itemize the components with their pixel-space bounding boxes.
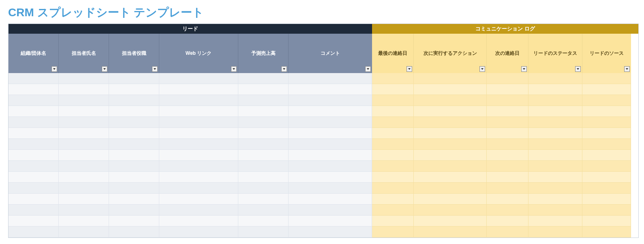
cell[interactable]	[414, 84, 487, 95]
cell[interactable]	[528, 161, 582, 172]
cell[interactable]	[582, 172, 631, 183]
cell[interactable]	[9, 128, 59, 139]
cell[interactable]	[414, 106, 487, 117]
cell[interactable]	[109, 128, 159, 139]
cell[interactable]	[414, 216, 487, 227]
cell[interactable]	[289, 205, 372, 216]
cell[interactable]	[528, 227, 582, 238]
cell[interactable]	[109, 106, 159, 117]
cell[interactable]	[414, 194, 487, 205]
cell[interactable]	[159, 139, 238, 150]
cell[interactable]	[59, 161, 109, 172]
cell[interactable]	[487, 95, 528, 106]
cell[interactable]	[159, 227, 238, 238]
cell[interactable]	[487, 183, 528, 194]
cell[interactable]	[372, 73, 414, 84]
cell[interactable]	[59, 84, 109, 95]
cell[interactable]	[159, 194, 238, 205]
cell[interactable]	[372, 95, 414, 106]
cell[interactable]	[528, 117, 582, 128]
cell[interactable]	[59, 128, 109, 139]
cell[interactable]	[414, 227, 487, 238]
cell[interactable]	[9, 106, 59, 117]
cell[interactable]	[487, 216, 528, 227]
cell[interactable]	[9, 150, 59, 161]
cell[interactable]	[487, 194, 528, 205]
cell[interactable]	[372, 172, 414, 183]
cell[interactable]	[487, 150, 528, 161]
cell[interactable]	[238, 172, 289, 183]
cell[interactable]	[109, 117, 159, 128]
cell[interactable]	[9, 205, 59, 216]
cell[interactable]	[159, 106, 238, 117]
cell[interactable]	[289, 150, 372, 161]
cell[interactable]	[582, 150, 631, 161]
cell[interactable]	[59, 139, 109, 150]
cell[interactable]	[59, 183, 109, 194]
cell[interactable]	[59, 95, 109, 106]
cell[interactable]	[289, 106, 372, 117]
cell[interactable]	[487, 73, 528, 84]
cell[interactable]	[372, 150, 414, 161]
filter-dropdown-icon[interactable]	[365, 66, 371, 72]
cell[interactable]	[487, 117, 528, 128]
cell[interactable]	[289, 227, 372, 238]
cell[interactable]	[528, 216, 582, 227]
cell[interactable]	[59, 227, 109, 238]
cell[interactable]	[414, 205, 487, 216]
cell[interactable]	[109, 95, 159, 106]
cell[interactable]	[238, 227, 289, 238]
cell[interactable]	[414, 95, 487, 106]
cell[interactable]	[289, 139, 372, 150]
cell[interactable]	[159, 73, 238, 84]
filter-dropdown-icon[interactable]	[407, 66, 412, 72]
cell[interactable]	[528, 150, 582, 161]
cell[interactable]	[159, 161, 238, 172]
cell[interactable]	[9, 216, 59, 227]
cell[interactable]	[9, 227, 59, 238]
cell[interactable]	[372, 161, 414, 172]
cell[interactable]	[487, 84, 528, 95]
cell[interactable]	[528, 84, 582, 95]
cell[interactable]	[582, 95, 631, 106]
cell[interactable]	[372, 128, 414, 139]
cell[interactable]	[59, 172, 109, 183]
cell[interactable]	[528, 194, 582, 205]
cell[interactable]	[289, 183, 372, 194]
filter-dropdown-icon[interactable]	[575, 66, 581, 72]
cell[interactable]	[59, 73, 109, 84]
cell[interactable]	[9, 73, 59, 84]
cell[interactable]	[238, 216, 289, 227]
cell[interactable]	[528, 128, 582, 139]
cell[interactable]	[582, 128, 631, 139]
cell[interactable]	[582, 227, 631, 238]
cell[interactable]	[582, 216, 631, 227]
cell[interactable]	[9, 84, 59, 95]
cell[interactable]	[238, 106, 289, 117]
cell[interactable]	[414, 139, 487, 150]
cell[interactable]	[487, 205, 528, 216]
cell[interactable]	[159, 150, 238, 161]
cell[interactable]	[487, 161, 528, 172]
cell[interactable]	[528, 106, 582, 117]
cell[interactable]	[109, 84, 159, 95]
cell[interactable]	[414, 128, 487, 139]
cell[interactable]	[582, 161, 631, 172]
cell[interactable]	[109, 161, 159, 172]
cell[interactable]	[414, 161, 487, 172]
cell[interactable]	[159, 172, 238, 183]
cell[interactable]	[59, 205, 109, 216]
cell[interactable]	[109, 73, 159, 84]
cell[interactable]	[289, 128, 372, 139]
cell[interactable]	[414, 183, 487, 194]
cell[interactable]	[159, 117, 238, 128]
cell[interactable]	[238, 117, 289, 128]
cell[interactable]	[372, 106, 414, 117]
cell[interactable]	[582, 73, 631, 84]
cell[interactable]	[238, 194, 289, 205]
cell[interactable]	[109, 216, 159, 227]
cell[interactable]	[109, 194, 159, 205]
cell[interactable]	[9, 172, 59, 183]
cell[interactable]	[109, 139, 159, 150]
cell[interactable]	[159, 205, 238, 216]
